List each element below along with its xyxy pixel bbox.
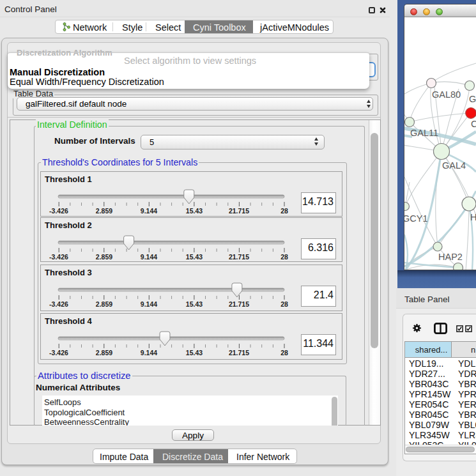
svg-text:GAL11: GAL11 (410, 128, 438, 138)
svg-text:GAL80: GAL80 (432, 89, 461, 100)
svg-text:HAP2: HAP2 (438, 252, 463, 262)
svg-text:GAL4: GAL4 (442, 160, 466, 171)
svg-text:H: H (470, 212, 476, 222)
svg-text:C: C (471, 119, 476, 129)
svg-text:GA: GA (469, 94, 476, 104)
svg-text:GCY1: GCY1 (404, 213, 428, 224)
